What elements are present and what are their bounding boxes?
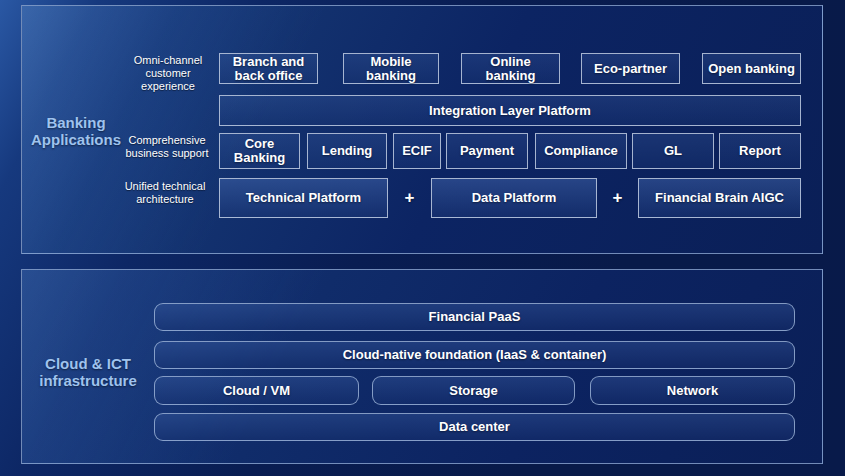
box-open-banking: Open banking (702, 53, 801, 84)
banking-applications-panel: Banking Applications Omni-channel custom… (21, 5, 823, 254)
row-label-unified-architecture: Unified technical architecture (113, 180, 217, 206)
box-integration-layer-platform: Integration Layer Platform (219, 95, 801, 126)
box-data-center: Data center (154, 413, 795, 441)
box-core-banking: Core Banking (219, 133, 300, 169)
box-mobile-banking: Mobile banking (343, 53, 439, 84)
box-ecif: ECIF (393, 133, 441, 169)
box-data-platform: Data Platform (431, 178, 597, 218)
cloud-panel-title: Cloud & ICT infrastructure (31, 355, 145, 389)
box-online-banking: Online banking (461, 53, 560, 84)
box-compliance: Compliance (535, 133, 627, 169)
architecture-diagram: Banking Applications Omni-channel custom… (0, 0, 845, 476)
box-network: Network (590, 376, 795, 405)
box-financial-paas: Financial PaaS (154, 303, 795, 331)
box-technical-platform: Technical Platform (219, 178, 388, 218)
box-report: Report (719, 133, 801, 169)
box-payment: Payment (446, 133, 528, 169)
box-storage: Storage (372, 376, 575, 405)
row-label-business-support: Comprehensive business support (113, 134, 221, 160)
box-cloud-vm: Cloud / VM (154, 376, 359, 405)
box-financial-brain-aigc: Financial Brain AIGC (638, 178, 801, 218)
box-branch-back-office: Branch and back office (219, 53, 318, 84)
box-eco-partner: Eco-partner (581, 53, 680, 84)
row-label-omni-channel: Omni-channel customer experience (117, 54, 219, 93)
box-gl: GL (632, 133, 714, 169)
plus-sign: + (388, 178, 431, 218)
box-cloud-native-foundation: Cloud-native foundation (IaaS & containe… (154, 341, 795, 369)
box-lending: Lending (307, 133, 387, 169)
plus-sign: + (597, 178, 638, 218)
cloud-ict-panel: Cloud & ICT infrastructure Financial Paa… (21, 269, 823, 464)
